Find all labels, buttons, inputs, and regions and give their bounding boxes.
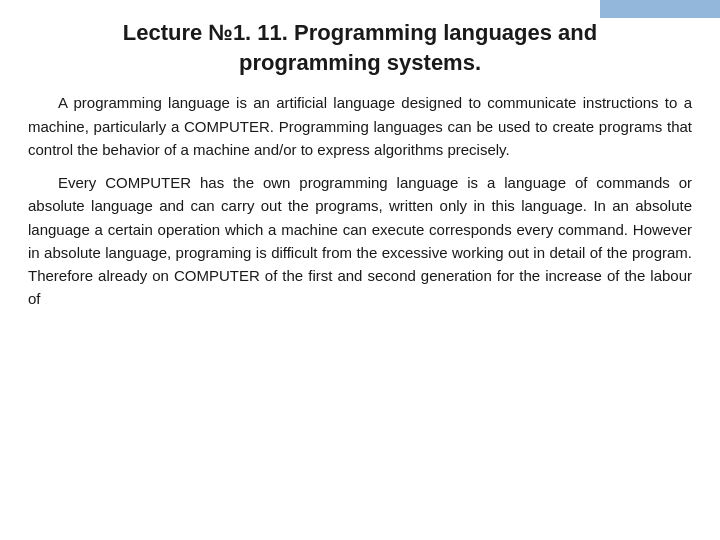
- title-line1: Lecture №1. 11. Programming languages an…: [123, 20, 597, 45]
- title-line2: programming systems.: [239, 50, 481, 75]
- highlight-bar: [600, 0, 720, 18]
- paragraph-1: A programming language is an artificial …: [28, 91, 692, 161]
- paragraph2-text: Every COMPUTER has the own programming l…: [28, 174, 692, 307]
- page-container: Lecture №1. 11. Programming languages an…: [0, 0, 720, 540]
- body-text: A programming language is an artificial …: [28, 91, 692, 310]
- paragraph1-text: A programming language is an artificial …: [28, 94, 692, 158]
- paragraph-2: Every COMPUTER has the own programming l…: [28, 171, 692, 311]
- page-title: Lecture №1. 11. Programming languages an…: [28, 18, 692, 77]
